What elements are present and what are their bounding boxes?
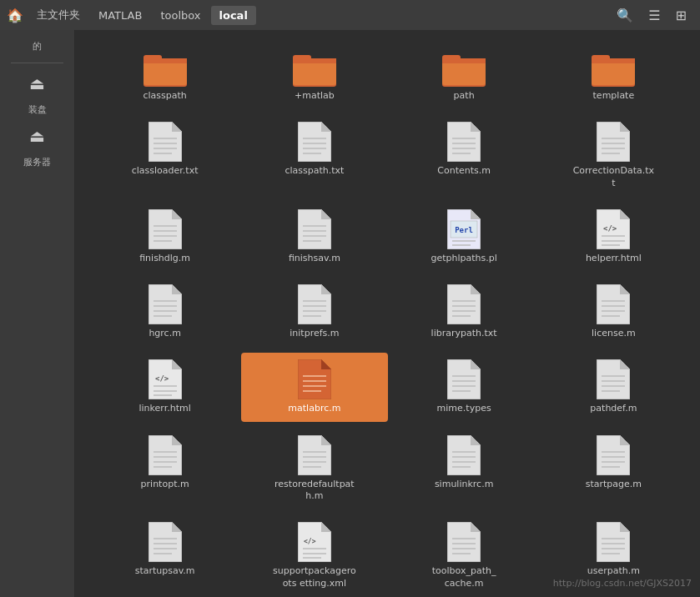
generic-file-icon bbox=[447, 284, 481, 324]
file-item[interactable]: Contents.m bbox=[391, 115, 537, 196]
file-label: initprefs.m bbox=[290, 328, 339, 339]
svg-marker-59 bbox=[620, 209, 630, 219]
main-area: 的 ⏏ 装盘 ⏏ 服务器 classpath +matlab path bbox=[0, 30, 700, 597]
svg-marker-143 bbox=[321, 522, 331, 532]
svg-marker-119 bbox=[321, 435, 331, 445]
topbar-home[interactable]: 主文件夹 bbox=[28, 4, 88, 26]
home-icon: 🏠 bbox=[7, 8, 23, 23]
file-label: helperr.html bbox=[586, 253, 642, 264]
search-button[interactable]: 🔍 bbox=[610, 4, 640, 27]
topbar-local[interactable]: local bbox=[211, 6, 256, 25]
file-item[interactable]: +matlab bbox=[241, 43, 387, 108]
file-label: supportpackageroots etting.xml bbox=[273, 565, 356, 589]
file-item[interactable]: userpath.m bbox=[541, 515, 687, 596]
svg-marker-71 bbox=[321, 284, 331, 294]
sidebar-item-disk[interactable]: 装盘 bbox=[4, 100, 71, 119]
svg-text:</>: </> bbox=[155, 374, 169, 383]
file-label: classloader.txt bbox=[132, 165, 199, 177]
file-item[interactable]: CorrectionData.txt bbox=[541, 115, 687, 196]
file-item[interactable]: startupsav.m bbox=[92, 515, 238, 596]
file-item[interactable]: matlabrc.m bbox=[241, 353, 387, 421]
file-label: startpage.m bbox=[586, 479, 642, 490]
sidebar-home-label: 的 bbox=[33, 41, 42, 52]
file-item[interactable]: startpage.m bbox=[541, 429, 687, 509]
file-item[interactable]: finishsav.m bbox=[241, 203, 387, 271]
orange-file-icon bbox=[298, 359, 331, 399]
generic-file-icon bbox=[447, 122, 481, 162]
file-item[interactable]: </> linkerr.html bbox=[92, 353, 238, 421]
file-item[interactable]: pathdef.m bbox=[541, 353, 687, 421]
file-item[interactable]: simulinkrc.m bbox=[391, 429, 537, 509]
eject-icon-1: ⏏ bbox=[29, 73, 45, 93]
file-label: librarypath.txt bbox=[431, 328, 497, 339]
view-list-button[interactable]: ☰ bbox=[642, 4, 667, 27]
file-grid: classpath +matlab path template classloa… bbox=[92, 43, 687, 597]
file-label: CorrectionData.txt bbox=[572, 165, 655, 189]
svg-rect-3 bbox=[144, 58, 187, 63]
file-item[interactable]: classpath.txt bbox=[241, 115, 387, 196]
file-item[interactable]: classpath bbox=[92, 43, 238, 108]
sidebar-eject-1[interactable]: ⏏ bbox=[4, 70, 71, 97]
file-item[interactable]: librarypath.txt bbox=[391, 278, 537, 346]
file-item[interactable]: hgrc.m bbox=[92, 278, 238, 346]
file-label: mime.types bbox=[437, 403, 491, 414]
svg-marker-149 bbox=[471, 522, 481, 532]
svg-marker-47 bbox=[321, 209, 331, 219]
folder-icon bbox=[592, 50, 635, 87]
file-item[interactable]: </> supportpackageroots etting.xml bbox=[241, 515, 387, 596]
sidebar-divider-1 bbox=[11, 63, 63, 63]
svg-rect-15 bbox=[592, 58, 635, 63]
generic-file-icon bbox=[597, 284, 630, 324]
svg-marker-41 bbox=[172, 209, 182, 219]
file-label: restoredefaultpath.m bbox=[273, 479, 356, 503]
file-item[interactable]: finishdlg.m bbox=[92, 203, 238, 271]
topbar-toolbox[interactable]: toolbox bbox=[152, 6, 209, 25]
topbar: 🏠 主文件夹 MATLAB toolbox local 🔍 ☰ ⊞ bbox=[0, 0, 700, 30]
html-file-icon: </> bbox=[149, 359, 182, 399]
svg-marker-53 bbox=[471, 209, 481, 219]
file-item[interactable]: restoredefaultpath.m bbox=[241, 429, 387, 509]
file-label: classpath.txt bbox=[285, 165, 344, 177]
svg-text:</>: </> bbox=[304, 538, 316, 545]
file-item[interactable]: license.m bbox=[541, 278, 687, 346]
file-label: startupsav.m bbox=[135, 565, 195, 577]
file-item[interactable]: printopt.m bbox=[92, 429, 238, 509]
generic-file-icon bbox=[149, 284, 182, 324]
file-item[interactable]: path bbox=[391, 43, 537, 108]
generic-file-icon bbox=[298, 284, 331, 324]
folder-icon bbox=[442, 50, 486, 87]
file-label: hgrc.m bbox=[149, 328, 181, 339]
file-label: getphlpaths.pl bbox=[431, 253, 496, 264]
file-item[interactable]: toolbox_path_ cache.m bbox=[391, 515, 537, 596]
file-label: pathdef.m bbox=[590, 403, 637, 414]
svg-text:Perl: Perl bbox=[455, 226, 473, 234]
file-label: Contents.m bbox=[437, 165, 491, 177]
file-item[interactable]: initprefs.m bbox=[241, 278, 387, 346]
sidebar: 的 ⏏ 装盘 ⏏ 服务器 bbox=[0, 30, 75, 597]
file-item[interactable]: Perl getphlpaths.pl bbox=[391, 203, 537, 271]
file-label: linkerr.html bbox=[139, 403, 191, 414]
generic-file-icon bbox=[298, 209, 331, 249]
sidebar-item-server[interactable]: 服务器 bbox=[4, 153, 71, 172]
perl-file-icon: Perl bbox=[447, 209, 481, 249]
svg-marker-125 bbox=[471, 435, 481, 445]
generic-file-icon bbox=[447, 435, 481, 475]
file-label: matlabrc.m bbox=[288, 403, 340, 414]
xml-file-icon: </> bbox=[298, 522, 331, 562]
folder-icon bbox=[293, 50, 336, 87]
folder-icon bbox=[144, 50, 187, 87]
sidebar-eject-2[interactable]: ⏏ bbox=[4, 123, 71, 149]
file-label: template bbox=[593, 90, 635, 102]
sidebar-item-home[interactable]: 的 bbox=[4, 37, 71, 56]
view-grid-button[interactable]: ⊞ bbox=[669, 4, 693, 27]
svg-marker-155 bbox=[620, 522, 630, 532]
generic-file-icon bbox=[597, 522, 630, 562]
file-item[interactable]: </> helperr.html bbox=[541, 203, 687, 271]
generic-file-icon bbox=[149, 122, 182, 162]
file-item[interactable]: template bbox=[541, 43, 687, 108]
topbar-matlab[interactable]: MATLAB bbox=[90, 6, 150, 25]
svg-marker-107 bbox=[620, 359, 630, 369]
generic-file-icon bbox=[597, 359, 630, 399]
file-item[interactable]: classloader.txt bbox=[92, 115, 238, 196]
file-item[interactable]: mime.types bbox=[391, 353, 537, 421]
